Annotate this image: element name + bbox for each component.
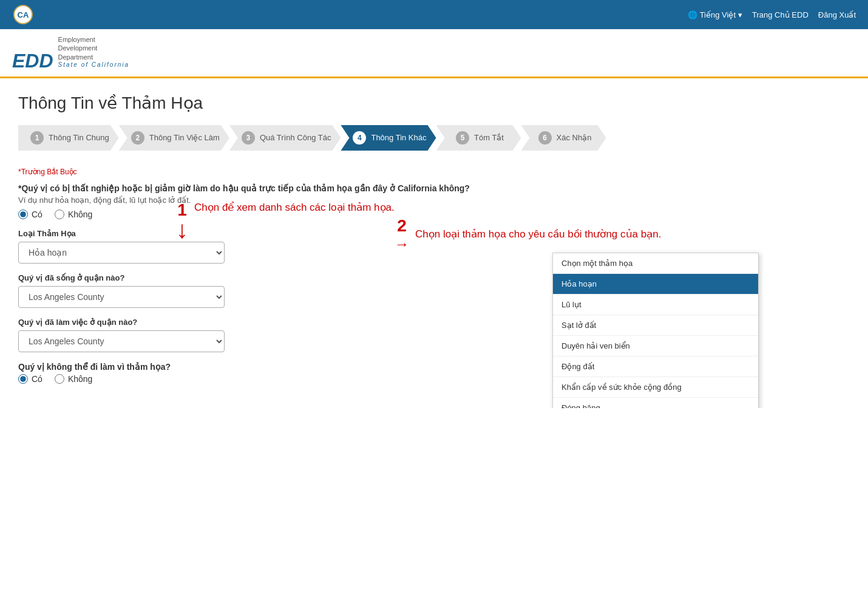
page-content: Thông Tin về Thảm Họa 1Thông Tin Chung2T…: [0, 78, 777, 408]
disaster-dropdown-overlay: Chọn một thảm họaHỏa hoạnLũ lụtSạt lở đấ…: [552, 253, 759, 408]
question-1-text: *Quý vị có bị thất nghiệp hoặc bị giảm g…: [18, 183, 470, 193]
dropdown-item[interactable]: Động đất: [553, 356, 758, 377]
edd-dept-line1: Employment: [58, 35, 130, 44]
question-1-label: *Quý vị có bị thất nghiệp hoặc bị giảm g…: [18, 183, 516, 193]
step-number-3: 3: [242, 131, 255, 145]
dropdown-item[interactable]: Khẩn cấp về sức khỏe cộng đồng: [553, 377, 758, 398]
home-link[interactable]: Trang Chủ EDD: [752, 10, 809, 19]
step-5[interactable]: 5Tóm Tắt: [436, 125, 521, 151]
logo-bar: EDD Employment Development Department St…: [0, 29, 868, 78]
q1-option-khong[interactable]: Không: [55, 210, 92, 219]
question-1-radio-group: Có Không: [18, 210, 516, 219]
ca-emblem: CA: [13, 5, 33, 24]
dropdown-item[interactable]: Duyên hải ven biển: [553, 336, 758, 356]
step-label-1: Thông Tin Chung: [49, 133, 109, 142]
required-note: *Trường Bắt Buộc: [18, 168, 516, 176]
step-2[interactable]: 2Thông Tin Việc Làm: [119, 125, 229, 151]
q4-option-co[interactable]: Có: [18, 374, 42, 384]
q1-radio-co[interactable]: [18, 210, 28, 219]
question-1-sub: Ví dụ như hỏa hoạn, động đất, lũ lụt hoặ…: [18, 196, 516, 205]
work-county-field: Quý vị đã làm việc ở quận nào? Los Angel…: [18, 318, 516, 352]
q4-option-khong[interactable]: Không: [55, 374, 92, 384]
q4-radio-co[interactable]: [18, 374, 28, 384]
q4-radio-khong[interactable]: [55, 374, 64, 384]
dropdown-item[interactable]: Lũ lụt: [553, 295, 758, 315]
dropdown-item[interactable]: Sạt lở đất: [553, 315, 758, 336]
edd-dept-line3: Department: [58, 53, 130, 61]
content-wrapper: *Trường Bắt Buộc *Quý vị có bị thất nghi…: [18, 168, 759, 394]
step-number-2: 2: [131, 131, 144, 145]
q1-option-co[interactable]: Có: [18, 210, 42, 219]
live-county-field: Quý vị đã sống ở quận nào? Los Angeles C…: [18, 273, 516, 308]
disaster-type-label: Loại Thảm Họa: [18, 229, 516, 238]
step-number-6: 6: [538, 131, 552, 145]
dropdown-item[interactable]: Chọn một thảm họa: [553, 253, 758, 274]
live-county-select[interactable]: Los Angeles County: [18, 286, 225, 308]
q4-label-khong: Không: [68, 374, 92, 384]
edd-state: State of California: [58, 61, 130, 68]
disaster-type-select[interactable]: Hỏa hoạn: [18, 242, 225, 264]
step-number-5: 5: [456, 131, 469, 145]
q1-radio-khong[interactable]: [55, 210, 64, 219]
dropdown-item[interactable]: Hỏa hoạn: [553, 274, 758, 295]
disaster-type-field: Loại Thảm Họa Hỏa hoạn: [18, 229, 516, 264]
edd-text: EDD: [12, 51, 53, 70]
dropdown-item[interactable]: Đóng băng: [553, 398, 758, 408]
step-6[interactable]: 6Xác Nhận: [521, 125, 606, 151]
language-label: Tiếng Việt: [700, 10, 736, 19]
question-4-radio-group: Có Không: [18, 374, 516, 384]
edd-dept-line2: Development: [58, 44, 130, 52]
step-1[interactable]: 1Thông Tin Chung: [18, 125, 119, 151]
chevron-down-icon: ▾: [738, 10, 742, 19]
q1-label-khong: Không: [68, 210, 92, 219]
top-nav-links: 🌐 Tiếng Việt ▾ Trang Chủ EDD Đăng Xuất: [688, 10, 856, 19]
logout-link[interactable]: Đăng Xuất: [818, 10, 856, 19]
globe-icon: 🌐: [688, 10, 697, 19]
step-label-2: Thông Tin Việc Làm: [149, 133, 220, 142]
language-selector[interactable]: 🌐 Tiếng Việt ▾: [688, 10, 742, 19]
work-county-label: Quý vị đã làm việc ở quận nào?: [18, 318, 516, 327]
question-1-block: *Quý vị có bị thất nghiệp hoặc bị giảm g…: [18, 183, 516, 219]
question-4-block: Quý vị không thể đi làm vì thảm họa? Có …: [18, 362, 516, 384]
question-4-label: Quý vị không thể đi làm vì thảm họa?: [18, 362, 516, 372]
step-label-5: Tóm Tắt: [474, 133, 504, 142]
step-3[interactable]: 3Quá Trình Công Tác: [229, 125, 341, 151]
live-county-label: Quý vị đã sống ở quận nào?: [18, 273, 516, 282]
page-title: Thông Tin về Thảm Họa: [18, 93, 759, 113]
step-4[interactable]: 4Thông Tin Khác: [341, 125, 436, 151]
right-panel: 2 → Chọn loại thảm họa cho yêu cầu bồi t…: [516, 168, 759, 394]
q1-label-co: Có: [32, 210, 42, 219]
step-number-4: 4: [353, 131, 366, 145]
step-label-6: Xác Nhận: [557, 133, 592, 142]
top-nav-logo: CA: [12, 4, 34, 26]
ca-logo: CA: [12, 4, 34, 26]
top-nav: CA 🌐 Tiếng Việt ▾ Trang Chủ EDD Đăng Xuấ…: [0, 0, 868, 29]
edd-acronym: EDD: [12, 51, 53, 70]
step-label-4: Thông Tin Khác: [371, 133, 426, 142]
step-label-3: Quá Trình Công Tác: [260, 133, 331, 142]
step-number-1: 1: [30, 131, 44, 145]
stepper: 1Thông Tin Chung2Thông Tin Việc Làm3Quá …: [18, 125, 759, 151]
edd-logo: EDD Employment Development Department St…: [12, 35, 129, 70]
q4-label-co: Có: [32, 374, 42, 384]
main-form: *Trường Bắt Buộc *Quý vị có bị thất nghi…: [18, 168, 516, 394]
work-county-select[interactable]: Los Angeles County: [18, 330, 225, 352]
